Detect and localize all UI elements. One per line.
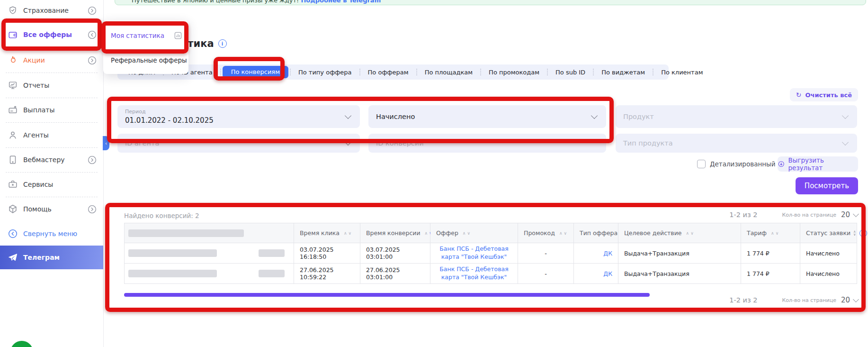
chevron-right-circle-icon[interactable]: [87, 204, 97, 214]
table-row: 03.07.2025 16:18:50 03.07.2025 03:01:00 …: [125, 243, 857, 264]
header-conversion-time[interactable]: Время конверсии∧∨: [360, 223, 430, 243]
per-page-value[interactable]: 20: [841, 210, 850, 219]
header-offer-type[interactable]: Тип оффера∧∨: [574, 223, 618, 243]
detailed-report-checkbox[interactable]: [697, 160, 706, 168]
tab-po-konversiyam[interactable]: По конверсиям: [223, 66, 288, 78]
horizontal-scrollbar[interactable]: [124, 293, 650, 297]
header-offer[interactable]: Оффер∧∨: [430, 223, 518, 243]
per-page-label: Кол-во на странице: [782, 212, 836, 218]
sidebar-item-pomoshch[interactable]: Помощь: [0, 199, 103, 219]
person-icon: [8, 130, 18, 140]
tab-po-vidzhetam[interactable]: По виджетам: [595, 69, 651, 76]
cell-offer-type: ДК: [574, 264, 618, 284]
view-button[interactable]: Посмотреть: [796, 177, 858, 194]
export-result-button[interactable]: Выгрузить результат: [778, 156, 858, 172]
submenu-item-referalnye-offery[interactable]: Реферальные офферы: [103, 47, 188, 73]
sidebar-collapse-menu[interactable]: Свернуть меню: [0, 223, 103, 244]
tablet-icon: [8, 155, 18, 165]
promo-telegram-link[interactable]: Подробнее в Telegram: [301, 0, 381, 4]
header-promo-code[interactable]: Промокод∧∨: [518, 223, 574, 243]
conversion-id-placeholder: ID конверсии: [376, 134, 424, 153]
found-conversions-label: Найдено конверсий: 2: [124, 212, 199, 219]
sidebar-item-agenty[interactable]: Агенты: [0, 125, 103, 146]
pagination-bottom: 1-2 из 2 Кол-во на странице 20: [729, 296, 858, 304]
table-header-row: Время клика∧∨ Время конверсии∧∨ Оффер∧∨ …: [125, 223, 857, 243]
offer-link[interactable]: Банк ПСБ - Дебетовая карта "Твой Кешбэк": [436, 265, 512, 282]
promo-banner: Путешествие в Японию и ценные призы уже …: [115, 0, 866, 5]
sort-icons[interactable]: ∧∨: [685, 231, 694, 236]
sidebar-item-vse-offery[interactable]: Все офферы: [0, 24, 103, 45]
wallet-icon: [8, 29, 18, 40]
sort-icons[interactable]: ∧∨: [770, 231, 779, 236]
sort-icons[interactable]: ∧∨: [558, 231, 567, 236]
product-filter-placeholder: Продукт: [623, 105, 654, 128]
per-page-label: Кол-во на странице: [782, 297, 836, 303]
sidebar-divider: [6, 147, 98, 148]
telegram-plane-icon: [8, 252, 18, 263]
tab-po-ploshchadkam[interactable]: По площадкам: [419, 69, 479, 76]
sidebar-item-otchety[interactable]: Отчеты: [0, 75, 103, 96]
sidebar-item-strahovanie[interactable]: Страхование: [0, 0, 103, 21]
chevron-right-circle-icon[interactable]: [87, 55, 97, 65]
header-tariff[interactable]: Тариф∧∨: [741, 223, 800, 243]
chevron-down-icon: [842, 112, 849, 119]
cell-tariff: 1 774 ₽: [741, 264, 800, 284]
tab-po-tipu-offera[interactable]: По типу оффера: [292, 69, 358, 76]
header-click-time[interactable]: Время клика∧∨: [294, 223, 360, 243]
sidebar-divider: [6, 73, 98, 73]
header-target-action[interactable]: Целевое действие∧∨: [618, 223, 741, 243]
conversions-table: Время клика∧∨ Время конверсии∧∨ Оффер∧∨ …: [124, 223, 857, 284]
chevron-right-circle-icon[interactable]: [87, 6, 97, 16]
offer-link[interactable]: Банк ПСБ - Дебетовая карта "Твой Кешбэк": [436, 245, 512, 261]
cell-censored: [125, 243, 294, 264]
briefcase-icon: [8, 179, 18, 190]
telegram-button[interactable]: Телеграм: [0, 246, 103, 269]
chevron-right-circle-icon[interactable]: [87, 155, 97, 165]
sort-icons[interactable]: ∧∨: [853, 230, 856, 236]
tab-po-offeram[interactable]: По офферам: [362, 69, 415, 76]
package-icon: [8, 204, 18, 214]
sidebar-item-vyplaty[interactable]: Выплаты: [0, 100, 103, 120]
status-info-icon[interactable]: i: [859, 229, 867, 237]
product-type-field[interactable]: Тип продукта: [616, 134, 857, 153]
sidebar-divider: [6, 98, 98, 98]
agent-id-field[interactable]: ID агента: [117, 134, 360, 153]
censored-block: [128, 229, 244, 237]
status-filter-field[interactable]: Начислено: [368, 105, 606, 128]
tab-separator: [547, 69, 548, 75]
chevron-left-circle-icon: [8, 228, 18, 239]
sidebar-item-vebmasteru[interactable]: Вебмастеру: [0, 149, 103, 170]
tab-po-promokodam[interactable]: По промокодам: [483, 69, 546, 76]
period-field[interactable]: Период 01.01.2022 - 02.10.2025: [117, 105, 360, 128]
title-info-icon[interactable]: i: [218, 39, 227, 48]
tab-po-klientam[interactable]: По клиентам: [655, 69, 709, 76]
report-chart-icon: [8, 80, 18, 91]
chevron-down-icon[interactable]: [853, 296, 859, 302]
conversion-id-field[interactable]: ID конверсии: [368, 134, 606, 153]
product-filter-field[interactable]: Продукт: [616, 105, 857, 128]
sort-icons[interactable]: ∧∨: [461, 231, 470, 236]
chevron-down-icon: [345, 139, 351, 146]
submenu-item-moya-statistika[interactable]: Моя статистика: [103, 23, 188, 48]
shield-check-icon: [8, 5, 18, 16]
chevron-down-icon[interactable]: [853, 211, 859, 217]
sort-icons[interactable]: ∧∨: [342, 231, 351, 236]
header-status[interactable]: Статус заявки∧∨i: [800, 223, 857, 243]
cell-promo-code: -: [518, 243, 574, 264]
clear-all-button[interactable]: ↻ Очистить всё: [790, 88, 858, 101]
bar-chart-icon: [173, 31, 183, 40]
sidebar-item-akcii[interactable]: Акции: [0, 50, 103, 71]
pagination-top: 1-2 из 2 Кол-во на странице 20: [729, 210, 858, 219]
sidebar: Страхование Все офферы Акции Отчеты Выпл…: [0, 0, 104, 347]
period-field-label: Период: [125, 109, 146, 115]
tab-separator: [416, 69, 417, 75]
cell-status: Начислено: [800, 264, 857, 284]
per-page-value[interactable]: 20: [841, 296, 850, 304]
chevron-left-circle-icon[interactable]: [87, 30, 97, 40]
tab-separator: [653, 69, 653, 75]
sidebar-item-servisy[interactable]: Сервисы: [0, 174, 103, 195]
sidebar-collapse-handle[interactable]: ‹: [103, 136, 109, 150]
cell-censored: [125, 264, 294, 284]
tab-po-sub-id[interactable]: По sub ID: [549, 69, 591, 76]
cell-promo-code: -: [518, 264, 574, 284]
